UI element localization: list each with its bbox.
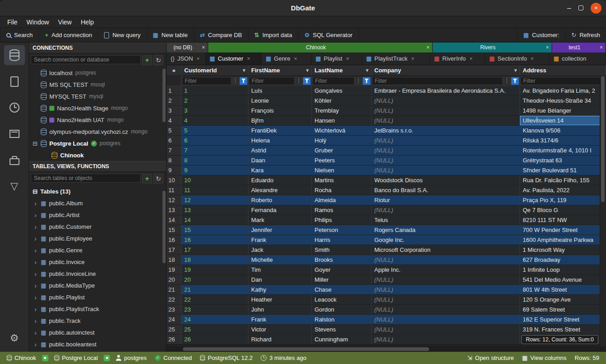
filter-menu-icon[interactable]: ⋮ xyxy=(232,77,239,85)
cell-customerid[interactable]: 2 xyxy=(181,96,248,105)
minimize-button[interactable]: – xyxy=(567,4,571,12)
cell-firstname[interactable]: Mark xyxy=(248,215,312,225)
table-tree-item[interactable]: › ▦ public.InvoiceLine xyxy=(29,268,166,279)
cell-company[interactable]: (NULL) xyxy=(372,106,520,115)
cell-customerid[interactable]: 1 xyxy=(181,86,248,95)
row-number[interactable]: 9 xyxy=(167,165,181,175)
new-table-button[interactable]: ▦ New table xyxy=(147,28,194,42)
row-number[interactable]: 13 xyxy=(167,205,181,215)
cell-firstname[interactable]: Frank xyxy=(248,235,312,245)
table-row[interactable]: 13 13 Fernanda Ramos (NULL) Qe 7 Bloco G xyxy=(167,205,606,215)
cell-company[interactable]: (NULL) xyxy=(372,305,520,314)
row-number[interactable]: 3 xyxy=(167,106,181,115)
sidebar-filter-button[interactable]: ▽ xyxy=(4,176,25,196)
database-item-chinook[interactable]: Chinook xyxy=(29,149,166,161)
table-row[interactable]: 6 6 Helena Holý (NULL) Rilská 3174/6 xyxy=(167,136,606,146)
cell-firstname[interactable]: Daan xyxy=(248,156,312,165)
row-number[interactable]: 26 xyxy=(167,335,181,344)
cell-lastname[interactable]: Holý xyxy=(312,136,372,145)
sql-generator-button[interactable]: ⚙ SQL Generator xyxy=(298,28,358,42)
table-row[interactable]: 22 22 Heather Leacock (NULL) 120 S Orang… xyxy=(167,295,606,305)
column-header-customerid[interactable]: CustomerId ▾ xyxy=(181,65,248,76)
cell-customerid[interactable]: 5 xyxy=(181,126,248,135)
search-button[interactable]: Search xyxy=(0,28,39,42)
settings-button[interactable]: ⚙ xyxy=(4,328,25,348)
cell-company[interactable]: (NULL) xyxy=(372,156,520,165)
cell-firstname[interactable]: Eduardo xyxy=(248,175,312,185)
cell-company[interactable]: Microsoft Corporation xyxy=(372,245,520,255)
table-row[interactable]: 14 14 Mark Philips Telus 8210 111 ST NW xyxy=(167,215,606,225)
row-number[interactable]: 16 xyxy=(167,235,181,245)
tables-group-header[interactable]: ⊟ Tables (13) xyxy=(29,185,166,197)
cell-lastname[interactable]: Gonçalves xyxy=(312,86,372,95)
cell-firstname[interactable]: Victor xyxy=(248,325,312,334)
table-tree-item[interactable]: › ▦ public.Genre xyxy=(29,244,166,256)
add-table-mini-button[interactable]: + xyxy=(142,174,152,184)
table-row[interactable]: 12 12 Roberto Almeida Riotur Praça Pio X… xyxy=(167,195,606,205)
table-tree-item[interactable]: › ▦ public.Employee xyxy=(29,232,166,244)
table-row[interactable]: 9 9 Kara Nielsen (NULL) Sřnder Boulevard… xyxy=(167,165,606,175)
table-tree-item[interactable]: › ▦ public.Artist xyxy=(29,209,166,221)
chevron-right-icon[interactable]: › xyxy=(34,235,38,242)
cell-lastname[interactable]: Smith xyxy=(312,245,372,255)
cell-customerid[interactable]: 14 xyxy=(181,215,248,225)
cell-firstname[interactable]: Roberto xyxy=(248,195,312,205)
close-icon[interactable]: × xyxy=(469,56,472,62)
cell-firstname[interactable]: Frank xyxy=(248,315,312,324)
cell-lastname[interactable]: Ramos xyxy=(312,205,372,215)
connection-item-mysql[interactable]: MYSQL TEST mysql xyxy=(29,90,166,102)
refresh-connections-button[interactable]: ↻ xyxy=(153,55,163,65)
cell-lastname[interactable]: Leacock xyxy=(312,295,372,304)
table-tree-item[interactable]: › ▦ public.autoinctest xyxy=(29,326,166,338)
cell-firstname[interactable]: Luís xyxy=(248,86,312,95)
cell-address[interactable]: Av. Brigadeiro Faria Lima, 2 xyxy=(520,86,606,95)
row-number[interactable]: 2 xyxy=(167,96,181,105)
tab-group-rivers[interactable]: Rivers × xyxy=(433,43,552,52)
close-icon[interactable]: × xyxy=(530,56,534,62)
row-number[interactable]: 11 xyxy=(167,185,181,195)
table-tree-item[interactable]: › ▦ public.MediaType xyxy=(29,279,166,291)
cell-lastname[interactable]: Wichterlová xyxy=(312,126,372,135)
table-row[interactable]: 8 8 Daan Peeters (NULL) Grétrystraat 63 xyxy=(167,156,606,165)
cell-customerid[interactable]: 8 xyxy=(181,156,248,165)
tables-search-input[interactable] xyxy=(31,174,141,183)
cell-firstname[interactable]: Jennifer xyxy=(248,225,312,235)
funnel-icon[interactable] xyxy=(511,77,519,85)
expand-all-header-cell[interactable]: » xyxy=(167,65,181,76)
close-icon[interactable]: × xyxy=(199,44,208,51)
cell-customerid[interactable]: 23 xyxy=(181,305,248,314)
cell-lastname[interactable]: Köhler xyxy=(312,96,372,105)
table-row[interactable]: 5 5 FrantiĐek Wichterlová JetBrains s.r.… xyxy=(167,126,606,136)
cell-lastname[interactable]: Nielsen xyxy=(312,165,372,175)
cell-address[interactable]: 162 E Superior Street xyxy=(520,315,606,324)
connections-scrollbar[interactable] xyxy=(162,69,166,122)
cell-address[interactable]: Klanova 9/506 xyxy=(520,126,606,135)
chevron-right-icon[interactable]: › xyxy=(34,293,38,301)
tab-collection[interactable]: ▦ collection xyxy=(549,52,606,65)
cell-address[interactable]: 69 Salem Street xyxy=(520,305,606,314)
cell-lastname[interactable]: Rocha xyxy=(312,185,372,195)
cell-company[interactable]: (NULL) xyxy=(372,205,520,215)
cell-address[interactable]: Qe 7 Bloco G xyxy=(520,205,606,215)
row-number[interactable]: 15 xyxy=(167,225,181,235)
filter-input-customerid[interactable] xyxy=(182,77,231,85)
cell-lastname[interactable]: Philips xyxy=(312,215,372,225)
row-number[interactable]: 5 xyxy=(167,126,181,135)
row-number[interactable]: 17 xyxy=(167,245,181,255)
cell-firstname[interactable]: Richard xyxy=(248,335,312,344)
cell-company[interactable]: Embraer - Empresa Brasileira de Aeronáut… xyxy=(372,86,520,95)
sidebar-history-button[interactable] xyxy=(4,98,25,118)
row-number[interactable]: 19 xyxy=(167,265,181,274)
row-number[interactable]: 25 xyxy=(167,325,181,334)
filter-input-address[interactable] xyxy=(520,77,605,85)
table-row[interactable]: 11 11 Alexandre Rocha Banco do Brasil S.… xyxy=(167,185,606,195)
cell-lastname[interactable]: Gordon xyxy=(312,305,372,314)
cell-address[interactable]: Av. Paulista, 2022 xyxy=(520,185,606,195)
cell-firstname[interactable]: Bjřrn xyxy=(248,116,312,125)
cell-firstname[interactable]: Leonie xyxy=(248,96,312,105)
cell-address[interactable]: 120 S Orange Ave xyxy=(520,295,606,304)
cell-lastname[interactable]: Peeters xyxy=(312,156,372,165)
tab-group-test1[interactable]: test1 × xyxy=(552,43,606,52)
cell-customerid[interactable]: 26 xyxy=(181,335,248,344)
tab-riverinfo[interactable]: ▦ RiverInfo × xyxy=(430,52,485,65)
